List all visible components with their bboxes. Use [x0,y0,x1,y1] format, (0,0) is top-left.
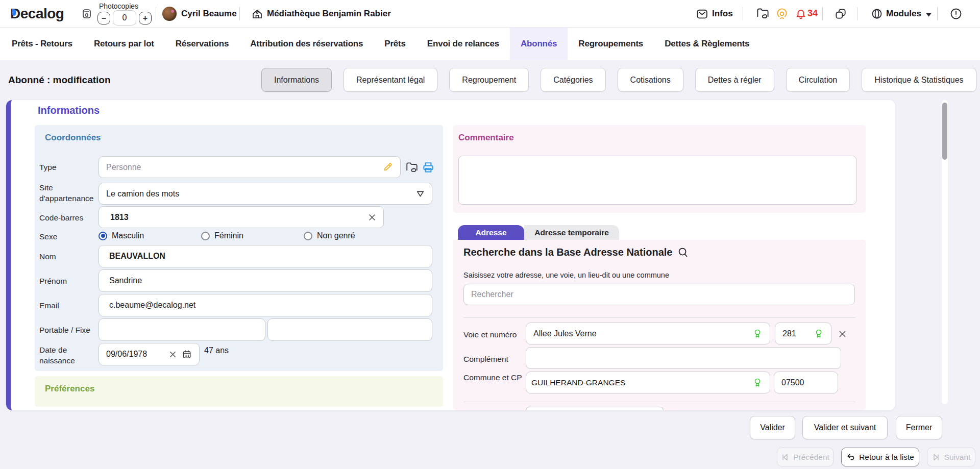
nav-item-abonnes[interactable]: Abonnés [510,28,568,60]
retour-liste-label: Retour à la liste [859,453,914,462]
valider-button[interactable]: Valider [750,416,795,439]
fermer-button[interactable]: Fermer [896,416,942,439]
modules-sphere-icon[interactable] [871,8,883,20]
numero-field[interactable]: 281 [775,323,831,344]
preferences-title: Préférences [45,384,94,394]
header-divider [822,7,823,20]
nav-item-retours-par-lot[interactable]: Retours par lot [83,28,165,60]
nav-item-prets-retours[interactable]: Prêts - Retours [1,28,83,60]
clear-x-icon[interactable] [368,213,376,221]
nom-value: BEAUVALLON [109,252,165,261]
radio-non-genre[interactable]: Non genré [304,231,355,240]
precedent-button: Précédent [777,448,834,466]
ban-title-row: Recherche dans la Base Adresse Nationale [463,246,689,258]
commune-label: Commune et CP [463,373,523,383]
commentaire-textarea[interactable] [458,156,856,205]
type-field[interactable]: Personne [99,156,401,178]
commune-value: GUILHERAND-GRANGES [531,378,748,387]
folder-cloud-icon[interactable] [756,7,770,20]
barcode-value: 1813 [110,213,364,222]
fixe-field[interactable] [267,318,432,341]
radio-feminin-label: Féminin [214,231,243,240]
site-label: Site d'appartenance [39,183,97,204]
scrollbar-thumb[interactable] [942,103,947,160]
assistance-icon[interactable] [775,7,789,20]
record-tabs: Informations Représentant légal Regroupe… [261,68,976,92]
nav-item-attribution-reservations[interactable]: Attribution des réservations [239,28,374,60]
voie-label: Voie et numéro [463,330,523,340]
tab-adresse[interactable]: Adresse [458,225,524,240]
prenom-value: Sandrine [109,276,142,285]
voie-field[interactable]: Allee Jules Verne [526,323,770,344]
radio-non-genre-label: Non genré [317,231,355,240]
library-name: Médiathèque Benjamin Rabier [267,9,391,19]
tab-adresse-temporaire[interactable]: Adresse temporaire [524,225,619,240]
tab-categories[interactable]: Catégories [541,68,605,92]
about-info-icon[interactable] [949,7,963,20]
nav-item-dettes-reglements[interactable]: Dettes & Règlements [654,28,760,60]
copies-layers-icon[interactable] [834,7,847,20]
email-value: c.beaume@decalog.net [109,301,195,310]
nav-item-regroupements[interactable]: Regroupements [568,28,654,60]
print-card-icon[interactable] [422,161,435,174]
cp-field[interactable]: 07500 [774,372,838,393]
precedent-label: Précédent [793,453,829,462]
radio-masculin-label: Masculin [112,231,144,240]
nav-item-prets[interactable]: Prêts [374,28,416,60]
tab-cotisations[interactable]: Cotisations [618,68,683,92]
tab-circulation[interactable]: Circulation [786,68,850,92]
notifications-bell-icon[interactable] [795,7,807,20]
edit-pencil-icon[interactable] [382,162,393,172]
ban-search-placeholder: Rechercher [471,290,513,299]
divider [463,402,855,402]
type-folder-cloud-icon[interactable] [405,161,419,174]
page-title: Abonné : modification [8,75,111,86]
commune-field[interactable]: GUILHERAND-GRANGES [526,372,770,393]
nav-item-reservations[interactable]: Réservations [165,28,239,60]
retour-liste-button[interactable]: Retour à la liste [841,448,919,466]
tab-regroupement[interactable]: Regroupement [449,68,529,92]
email-field[interactable]: c.beaume@decalog.net [99,294,432,316]
voie-value: Allee Jules Verne [533,329,748,338]
notification-count-badge[interactable]: 34 [807,8,818,19]
photocopies-plus-button[interactable]: + [139,12,152,24]
prenom-label: Prénom [39,276,97,287]
user-avatar[interactable] [162,7,177,21]
tab-representant-legal[interactable]: Représentant légal [344,68,437,92]
app-logo[interactable]: Decalog [10,6,64,22]
library-icon [251,7,263,20]
infos-mail-icon[interactable] [696,8,708,20]
radio-feminin[interactable]: Féminin [201,231,243,240]
clear-address-x-icon[interactable] [838,330,847,338]
user-name: Cyril Beaume [181,9,237,19]
nav-item-envoi-relances[interactable]: Envoi de relances [416,28,510,60]
ban-search-input[interactable]: Rechercher [463,284,855,305]
clear-x-icon[interactable] [169,351,177,358]
tab-dettes-a-regler[interactable]: Dettes à régler [695,68,774,92]
dropdown-arrow-icon[interactable] [416,190,425,198]
photocopies-count-input[interactable]: 0 [113,10,136,26]
photocopies-label: Photocopies [99,2,138,10]
header-divider [937,7,938,20]
app-header: Decalog Photocopies − 0 + Cyril Beaume M… [0,0,980,28]
tab-historique-statistiques[interactable]: Historique & Statistiques [862,68,976,92]
valider-et-suivant-button[interactable]: Valider et suivant [802,416,888,439]
header-divider [156,7,156,20]
photocopies-minus-button[interactable]: − [97,12,110,24]
modules-menu[interactable]: Modules [886,9,921,19]
nom-field[interactable]: BEAUVALLON [99,245,432,267]
dob-value: 09/06/1978 [106,350,164,359]
tab-informations[interactable]: Informations [261,68,332,92]
barcode-field[interactable]: 1813 [99,206,384,228]
main-nav: Prêts - Retours Retours par lot Réservat… [0,28,980,60]
cutoff-field[interactable] [526,407,664,410]
site-select[interactable]: Le camion des mots [99,183,432,205]
infos-label[interactable]: Infos [712,9,733,19]
portable-field[interactable] [99,318,265,341]
prenom-field[interactable]: Sandrine [99,269,432,292]
dob-field[interactable]: 09/06/1978 [99,343,200,365]
complement-field[interactable] [526,347,841,369]
calendar-icon[interactable] [182,349,192,359]
section-title-informations: Informations [38,105,100,116]
radio-masculin[interactable]: Masculin [99,231,144,240]
